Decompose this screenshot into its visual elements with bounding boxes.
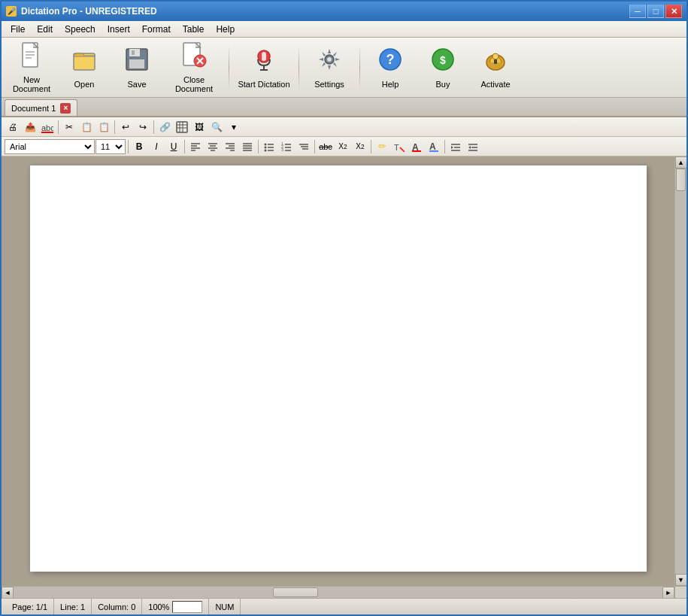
- toolbar-separator-3: [359, 45, 360, 90]
- tab-label: Document 1: [11, 104, 56, 113]
- fmt-sep-6: [444, 140, 445, 153]
- open-label: Open: [74, 80, 95, 89]
- spellcheck-button[interactable]: abc: [39, 120, 56, 135]
- settings-button[interactable]: Settings: [304, 41, 355, 94]
- menu-table[interactable]: Table: [177, 22, 211, 37]
- font-select[interactable]: Arial: [5, 139, 95, 154]
- fmt-sep-4: [314, 140, 315, 153]
- cut-button[interactable]: ✂: [61, 120, 77, 135]
- text-color-button[interactable]: A: [408, 139, 425, 154]
- svg-rect-8: [132, 50, 135, 55]
- print-button[interactable]: 🖨: [5, 120, 21, 135]
- menu-help[interactable]: Help: [210, 22, 241, 37]
- start-dictation-label: Start Dictation: [238, 80, 289, 89]
- zoom-input[interactable]: [172, 601, 202, 613]
- settings-label: Settings: [314, 80, 344, 89]
- start-dictation-icon: [250, 46, 277, 77]
- minimize-button[interactable]: ─: [629, 5, 646, 18]
- menu-format[interactable]: Format: [136, 22, 177, 37]
- secondary-toolbar: 🖨 📤 abc ✂ 📋 📋 ↩ ↪ 🔗 🖼 🔍 ▾: [2, 117, 686, 137]
- zoom-dropdown[interactable]: ▾: [226, 120, 242, 135]
- new-document-button[interactable]: New Document: [6, 41, 57, 94]
- toolbar-separator-1: [229, 45, 229, 90]
- scroll-track[interactable]: [675, 168, 686, 574]
- scroll-thumb[interactable]: [676, 168, 686, 191]
- line-status: Line: 1: [54, 599, 92, 614]
- subscript-button[interactable]: X2: [335, 139, 351, 154]
- title-bar: 🎤 Dictation Pro - UNREGISTERED ─ □ ✕: [2, 2, 686, 21]
- save-button[interactable]: Save: [111, 41, 162, 94]
- align-justify-button[interactable]: [239, 139, 256, 154]
- menu-speech[interactable]: Speech: [59, 22, 102, 37]
- svg-rect-25: [494, 59, 497, 64]
- menu-file[interactable]: File: [5, 22, 31, 37]
- close-document-button[interactable]: Close Document: [164, 41, 224, 94]
- document-page[interactable]: [30, 165, 647, 572]
- open-icon: [71, 46, 98, 77]
- document-tab[interactable]: Document 1 ×: [5, 99, 77, 116]
- copy-button[interactable]: 📋: [78, 120, 95, 135]
- font-size-select[interactable]: 11: [95, 139, 126, 154]
- bold-button[interactable]: B: [131, 139, 147, 154]
- help-icon: ?: [377, 46, 404, 77]
- maximize-button[interactable]: □: [647, 5, 664, 18]
- svg-point-24: [493, 53, 499, 59]
- app-icon: 🎤: [6, 6, 17, 17]
- document-scroll-area[interactable]: [2, 156, 674, 586]
- tab-close-button[interactable]: ×: [60, 103, 71, 114]
- activate-button[interactable]: Activate: [470, 41, 521, 94]
- buy-button[interactable]: $ Buy: [417, 41, 468, 94]
- menu-bar: File Edit Speech Insert Format Table Hel…: [2, 21, 686, 38]
- image-button[interactable]: 🖼: [191, 120, 208, 135]
- scroll-down-button[interactable]: ▼: [675, 574, 687, 586]
- close-button[interactable]: ✕: [665, 5, 682, 18]
- hyperlink-button[interactable]: 🔗: [156, 120, 173, 135]
- align-left-button[interactable]: [187, 139, 204, 154]
- underline-button[interactable]: U: [165, 139, 182, 154]
- paste-button[interactable]: 📋: [95, 120, 112, 135]
- svg-rect-14: [262, 52, 266, 61]
- strikethrough-button[interactable]: abc: [317, 139, 334, 154]
- italic-button[interactable]: I: [148, 139, 165, 154]
- export-button[interactable]: 📤: [22, 120, 38, 135]
- h-scroll-track[interactable]: [14, 587, 662, 598]
- svg-text:$: $: [440, 54, 446, 66]
- superscript-button[interactable]: X2: [352, 139, 368, 154]
- h-scroll-thumb[interactable]: [273, 587, 318, 597]
- indent-increase-button[interactable]: [465, 139, 481, 154]
- help-button[interactable]: ? Help: [365, 41, 416, 94]
- menu-insert[interactable]: Insert: [102, 22, 136, 37]
- svg-point-51: [265, 146, 267, 148]
- new-document-icon: [18, 41, 45, 72]
- redo-button[interactable]: ↪: [135, 120, 151, 135]
- align-center-button[interactable]: [205, 139, 221, 154]
- scroll-right-button[interactable]: ►: [662, 587, 674, 599]
- ordered-list-button[interactable]: 1.2.3.: [278, 139, 295, 154]
- svg-text:?: ?: [386, 52, 395, 67]
- svg-text:T: T: [394, 143, 399, 152]
- undo-button[interactable]: ↩: [117, 120, 134, 135]
- vertical-scrollbar: ▲ ▼: [674, 156, 686, 586]
- font-color-button[interactable]: A: [426, 139, 442, 154]
- unordered-list-button[interactable]: [261, 139, 277, 154]
- svg-rect-67: [412, 150, 421, 152]
- scrollbar-corner: [674, 587, 686, 599]
- menu-edit[interactable]: Edit: [31, 22, 59, 37]
- outline-list-button[interactable]: [296, 139, 312, 154]
- title-text: Dictation Pro - UNREGISTERED: [21, 6, 157, 17]
- save-icon: [123, 46, 150, 77]
- open-button[interactable]: Open: [59, 41, 110, 94]
- table-button[interactable]: [174, 120, 190, 135]
- indent-decrease-button[interactable]: [447, 139, 464, 154]
- start-dictation-button[interactable]: Start Dictation: [234, 41, 294, 94]
- align-right-button[interactable]: [222, 139, 238, 154]
- toolbar2-sep-2: [114, 120, 115, 134]
- svg-marker-77: [468, 146, 471, 149]
- scroll-up-button[interactable]: ▲: [675, 156, 687, 168]
- scroll-left-button[interactable]: ◄: [2, 587, 14, 599]
- highlight-button[interactable]: ✏: [374, 139, 390, 154]
- clear-format-button[interactable]: T: [391, 139, 408, 154]
- zoom-button[interactable]: 🔍: [208, 120, 225, 135]
- num-status: NUM: [209, 599, 241, 614]
- svg-line-65: [400, 147, 405, 152]
